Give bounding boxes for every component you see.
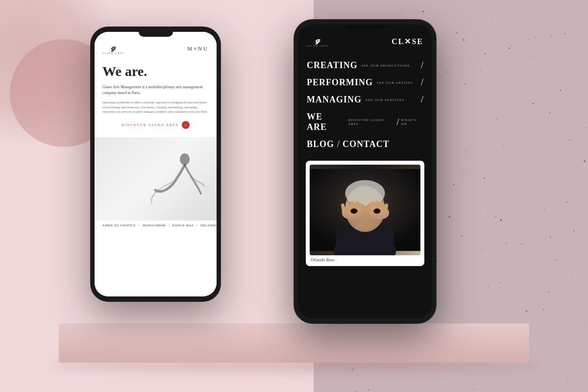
- nav-blog-label: BLOG: [307, 139, 334, 149]
- logo-right: ℊ GIANO ARTS: [307, 35, 329, 47]
- hero-body: Operating worldwide, it offers a dynamic…: [102, 100, 209, 114]
- nav-item-blog-contact[interactable]: BLOG / CONTACT: [307, 136, 423, 153]
- nav-creating-sub: SEE OUR PRODUCTIONS: [362, 64, 410, 68]
- artist-name: Orlando Bass: [310, 255, 420, 264]
- svg-point-0: [180, 153, 190, 165]
- discover-text: DISCOVER GIANO ARTS: [122, 123, 178, 127]
- nav-item-creating[interactable]: CREATING SEE OUR PRODUCTIONS /: [307, 57, 423, 74]
- arrow-icon: →: [183, 122, 188, 127]
- ticker-text: APHIE DU SOUFFLE | MONOCHROM | RANCK MAS…: [102, 223, 209, 227]
- nav-item-managing[interactable]: MANAGING SEE OUR SERVICES /: [307, 91, 423, 108]
- phone-left-inner: ℊ GIANO ARTS M≡NU We are. Giano Arts Man…: [95, 32, 217, 296]
- svg-point-18: [352, 209, 356, 213]
- logo-icon-left: ℊ: [111, 43, 116, 51]
- artist-photo: [310, 165, 420, 255]
- nav-weare-slash: /: [397, 117, 399, 127]
- hero-subtitle: Giano Arts Management is a multidiscipli…: [102, 84, 209, 96]
- logo-text-right: GIANO ARTS: [307, 45, 329, 47]
- nav-creating-label: CREATING: [307, 60, 358, 71]
- hero-title: We are.: [102, 64, 209, 79]
- ticker-bar: APHIE DU SOUFFLE | MONOCHROM | RANCK MAS…: [95, 220, 217, 230]
- nav-performing-sub: SEE OUR ARTISTS: [377, 81, 413, 85]
- menu-button[interactable]: M≡NU: [187, 46, 209, 51]
- phones-container: ℊ GIANO ARTS M≡NU We are. Giano Arts Man…: [0, 0, 588, 392]
- left-image-area: [95, 137, 217, 220]
- discover-button[interactable]: DISCOVER GIANO ARTS →: [102, 119, 209, 131]
- nav-weare-sub: DISCOVER GIANO ARTS: [348, 118, 394, 126]
- nav-item-weare[interactable]: WE ARE DISCOVER GIANO ARTS / WHAT'S ON: [307, 108, 423, 136]
- svg-point-21: [357, 222, 373, 229]
- logo-text-left: GIANO ARTS: [102, 52, 124, 54]
- phone-left-content: ℊ GIANO ARTS M≡NU We are. Giano Arts Man…: [95, 32, 217, 296]
- nav-managing-slash: /: [421, 95, 423, 105]
- discover-arrow-circle: →: [182, 121, 190, 129]
- phone-right-notch: [345, 24, 385, 29]
- svg-point-20: [363, 217, 367, 220]
- artist-image-container: Orlando Bass: [306, 161, 424, 266]
- nav-creating-slash: /: [421, 60, 423, 71]
- left-hero: We are. Giano Arts Management is a multi…: [95, 59, 217, 135]
- nav-managing-sub: SEE OUR SERVICES: [366, 98, 404, 102]
- nav-weare-label: WE ARE: [307, 112, 344, 132]
- nav-performing-label: PERFORMING: [307, 77, 373, 88]
- phone-left-notch: [139, 32, 173, 37]
- nav-item-performing[interactable]: PERFORMING SEE OUR ARTISTS /: [307, 74, 423, 91]
- nav-whatson-label: WHAT'S ON: [401, 118, 423, 126]
- nav-managing-label: MANAGING: [307, 95, 362, 105]
- logo-left: ℊ GIANO ARTS: [102, 43, 124, 54]
- right-nav: CREATING SEE OUR PRODUCTIONS / PERFORMIN…: [298, 53, 432, 157]
- phone-left: ℊ GIANO ARTS M≡NU We are. Giano Arts Man…: [91, 27, 220, 301]
- logo-icon-right: ℊ: [316, 35, 320, 44]
- phone-right: ℊ GIANO ARTS CL✕SE CREATING SEE OUR PROD…: [294, 20, 436, 323]
- nav-blog-slash: /: [337, 139, 340, 149]
- svg-point-19: [375, 209, 379, 213]
- nav-performing-slash: /: [421, 77, 423, 88]
- close-button[interactable]: CL✕SE: [392, 37, 423, 46]
- nav-contact-label: CONTACT: [343, 139, 390, 149]
- phone-right-inner: ℊ GIANO ARTS CL✕SE CREATING SEE OUR PROD…: [298, 24, 432, 318]
- phone-right-content: ℊ GIANO ARTS CL✕SE CREATING SEE OUR PROD…: [298, 24, 432, 318]
- dancer-silhouette: [148, 147, 207, 216]
- artist-portrait: [310, 165, 420, 255]
